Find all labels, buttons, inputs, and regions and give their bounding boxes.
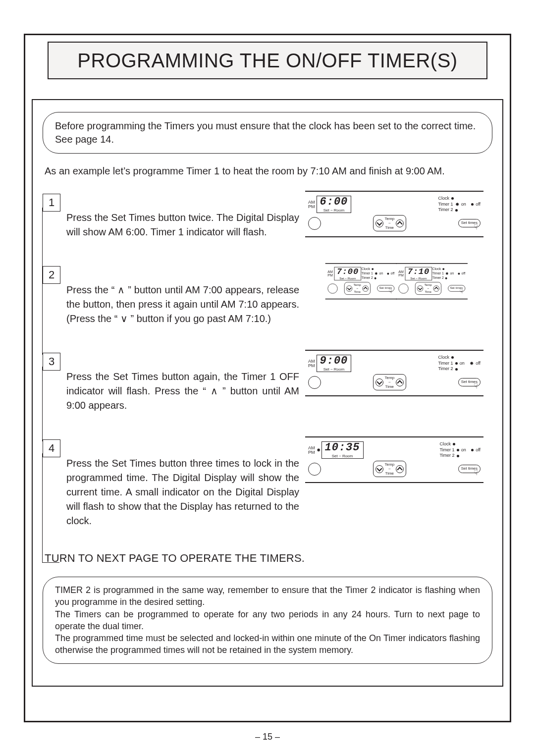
press-hand-icon: ☟ (474, 469, 478, 477)
temp-time-label: Temp~Time (385, 216, 395, 230)
lcd: AMPM 6:00 Set ~ Room (308, 196, 351, 213)
step-number-wrap: 4 (43, 436, 66, 457)
page-number: – 15 – (0, 732, 535, 742)
clock-flash-icon: ✸ (317, 448, 321, 453)
step-text: Press the Set Times button three times t… (66, 456, 299, 528)
clock-label: Clock (439, 441, 451, 447)
post-note: TIMER 2 is programmed in the same way, r… (43, 577, 492, 664)
set-times-button[interactable]: Set times☟ (448, 285, 465, 292)
step-tail-icon (42, 280, 59, 355)
step-text: Press the Set Times button again, the Ti… (66, 370, 299, 413)
temp-time-label: Temp~Time (385, 462, 395, 476)
timer1-label: Timer 1 (439, 447, 454, 453)
temp-time-pad: Temp~Time (344, 282, 371, 295)
page-title: PROGRAMMING THE ON/OFF TIMER(S) (77, 50, 457, 72)
set-times-button[interactable]: Set times☟ (458, 465, 481, 473)
step-text: Press the Set Times button twice. The Di… (66, 211, 299, 239)
step-number-wrap: 2 (43, 263, 66, 284)
down-icon[interactable] (417, 285, 423, 291)
temp-time-label: Temp~Time (385, 376, 395, 389)
timer1-on-flash-icon: ✸ (445, 272, 448, 276)
on-label: on (461, 202, 466, 208)
temp-time-pad: Temp~Time (373, 374, 407, 390)
lcd-box: 7:00 Set ~ Room (334, 267, 361, 280)
down-icon[interactable] (375, 465, 383, 473)
control-panel: AMPM ✸ 10:35 Set ~ Room Clock Timer 1on … (305, 436, 483, 483)
up-icon[interactable] (362, 285, 368, 291)
timer1-label: Timer 1 (361, 271, 373, 276)
on-label: on (461, 447, 466, 453)
lcd-time: 9:00 (320, 356, 348, 367)
timer2-label: Timer 2 (432, 276, 444, 280)
control-panel: AMPM 6:00 Set ~ Room Clock Timer 1✸on of… (305, 191, 483, 237)
on-label: on (379, 271, 383, 276)
set-times-button[interactable]: Set times☟ (458, 378, 481, 386)
clock-dot-icon (372, 268, 374, 270)
step: 2 Press the “ ∧ ” button until AM 7:00 a… (43, 263, 492, 326)
clock-label: Clock (438, 355, 449, 361)
panel-column: AMPM 7:00 Set ~ Room Clock Timer 1✸on of… (305, 263, 483, 310)
step-number-wrap: 3 (43, 350, 66, 371)
clock-dot-icon (453, 443, 455, 445)
indicator-block: Clock Timer 1✸on off Timer 2 (432, 267, 465, 280)
clock-label: Clock (438, 196, 449, 202)
panel-column: AMPM ✸ 10:35 Set ~ Room Clock Timer 1on … (305, 436, 483, 483)
press-hand-icon: ☟ (474, 382, 478, 390)
title-box: PROGRAMMING THE ON/OFF TIMER(S) (48, 42, 487, 79)
temp-time-pad: Temp~Time (373, 461, 407, 477)
lcd-box: 6:00 Set ~ Room (317, 196, 352, 213)
control-panel: AMPM 7:10 Set ~ Room Clock Timer 1✸on of… (396, 263, 468, 299)
set-room-label: Set ~ Room (325, 454, 360, 458)
panel-column: AMPM 9:00 Set ~ Room Clock Timer 1on ✸of… (305, 350, 483, 396)
temp-time-label: Temp~Time (424, 283, 431, 294)
off-label: off (461, 271, 465, 276)
press-hand-icon: ☟ (460, 288, 463, 294)
set-times-button[interactable]: Set times☟ (377, 285, 394, 292)
dial-icon (308, 376, 321, 389)
timer1-label: Timer 1 (438, 202, 453, 208)
ampm-label: AMPM (308, 359, 315, 368)
timer1-label: Timer 1 (432, 271, 444, 276)
timer2-label: Timer 2 (438, 207, 453, 213)
control-panel: AMPM 7:00 Set ~ Room Clock Timer 1✸on of… (325, 263, 397, 299)
up-icon[interactable] (433, 285, 439, 291)
lcd: AMPM 7:10 Set ~ Room (398, 267, 432, 280)
timer1-label: Timer 1 (438, 361, 453, 367)
timer1-off-flash-icon: ✸ (470, 361, 474, 366)
timer1-on-flash-icon: ✸ (374, 272, 377, 276)
dial-icon (398, 283, 408, 293)
steps-container: 1 Press the Set Times button twice. The … (43, 191, 492, 528)
timer2-label: Timer 2 (439, 453, 454, 459)
clock-label: Clock (361, 267, 370, 271)
temp-time-pad: Temp~Time (373, 215, 407, 231)
panel-column: AMPM 6:00 Set ~ Room Clock Timer 1✸on of… (305, 191, 483, 237)
step-tail-icon (42, 453, 59, 563)
off-label: off (391, 271, 395, 276)
off-label: off (476, 447, 481, 453)
clock-label: Clock (432, 267, 441, 271)
ampm-label: AMPM (398, 270, 404, 277)
clock-dot-icon (451, 356, 454, 359)
step: 1 Press the Set Times button twice. The … (43, 191, 492, 239)
dial-icon (327, 283, 337, 293)
down-icon[interactable] (346, 285, 352, 291)
timer1-on-flash-icon: ✸ (455, 202, 459, 207)
indicator-block: Clock Timer 1✸on off Timer 2 (361, 267, 394, 280)
up-icon[interactable] (396, 465, 404, 473)
set-room-label: Set ~ Room (337, 276, 359, 280)
set-room-label: Set ~ Room (320, 367, 348, 372)
up-icon[interactable] (396, 219, 404, 227)
press-hand-icon: ☟ (474, 223, 478, 231)
lcd-box: 9:00 Set ~ Room (317, 355, 352, 372)
down-icon[interactable] (375, 219, 383, 227)
ampm-label: AMPM (308, 446, 315, 455)
down-icon[interactable] (375, 378, 383, 386)
lcd: AMPM ✸ 10:35 Set ~ Room (308, 441, 364, 459)
lcd-box: 10:35 Set ~ Room (321, 441, 364, 459)
indicator-block: Clock Timer 1✸on off Timer 2 (438, 196, 481, 213)
set-times-button[interactable]: Set times☟ (458, 219, 481, 227)
up-icon[interactable] (396, 378, 404, 386)
set-room-label: Set ~ Room (320, 208, 348, 213)
ampm-label: AMPM (308, 200, 315, 209)
clock-dot-icon (442, 268, 444, 270)
